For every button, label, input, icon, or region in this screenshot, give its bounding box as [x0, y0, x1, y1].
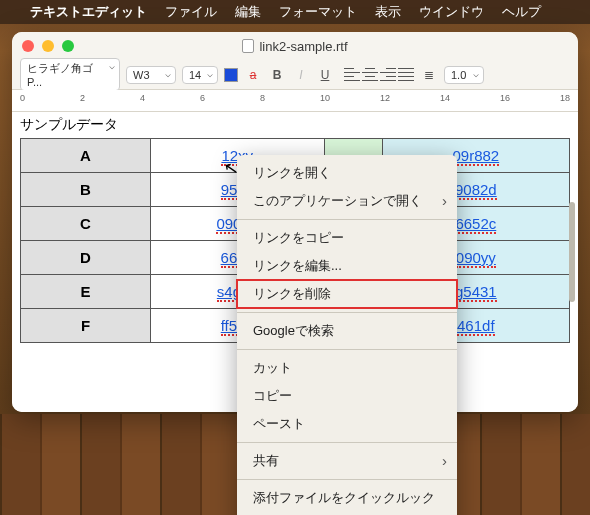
strike-button[interactable]: a [244, 66, 262, 84]
context-item[interactable]: コピー [237, 382, 457, 410]
context-item[interactable]: Googleで検索 [237, 317, 457, 345]
context-separator [237, 349, 457, 350]
scrollbar[interactable] [569, 202, 575, 302]
row-header: A [21, 139, 151, 173]
ruler[interactable]: 0 2 4 6 8 10 12 14 16 18 [12, 90, 578, 112]
minimize-button[interactable] [42, 40, 54, 52]
row-header: C [21, 207, 151, 241]
italic-button[interactable]: I [292, 66, 310, 84]
window-title: link2-sample.rtf [259, 39, 347, 54]
align-justify-button[interactable] [398, 68, 414, 82]
context-item[interactable]: リンクをコピー [237, 224, 457, 252]
text-color-swatch[interactable] [224, 68, 238, 82]
context-separator [237, 219, 457, 220]
context-menu: リンクを開くこのアプリケーションで開くリンクをコピーリンクを編集...リンクを削… [237, 155, 457, 515]
titlebar: link2-sample.rtf [12, 32, 578, 60]
underline-button[interactable]: U [316, 66, 334, 84]
list-button[interactable]: ≣ [420, 66, 438, 84]
row-header: D [21, 241, 151, 275]
font-size-select[interactable]: 14 [182, 66, 218, 84]
font-weight-select[interactable]: W3 [126, 66, 176, 84]
hyperlink[interactable]: 9082d [455, 181, 497, 200]
context-item[interactable]: リンクを開く [237, 159, 457, 187]
format-toolbar: ヒラギノ角ゴ P... W3 14 a B I U ≣ 1.0 [12, 60, 578, 90]
zoom-button[interactable] [62, 40, 74, 52]
menu-window[interactable]: ウインドウ [419, 3, 484, 21]
row-header: B [21, 173, 151, 207]
context-separator [237, 442, 457, 443]
font-family-select[interactable]: ヒラギノ角ゴ P... [20, 58, 120, 91]
macos-menubar: テキストエディット ファイル 編集 フォーマット 表示 ウインドウ ヘルプ [0, 0, 590, 24]
document-icon [242, 39, 254, 53]
row-header: E [21, 275, 151, 309]
context-separator [237, 312, 457, 313]
align-group [344, 68, 414, 82]
context-separator [237, 479, 457, 480]
menu-help[interactable]: ヘルプ [502, 3, 541, 21]
context-item[interactable]: 共有 [237, 447, 457, 475]
hyperlink[interactable]: g5431 [455, 283, 497, 302]
line-spacing-select[interactable]: 1.0 [444, 66, 484, 84]
traffic-lights [22, 40, 74, 52]
context-item[interactable]: 添付ファイルをクイックルック [237, 484, 457, 512]
close-button[interactable] [22, 40, 34, 52]
context-item[interactable]: リンクを編集... [237, 252, 457, 280]
hyperlink[interactable]: 461df [457, 317, 495, 336]
menu-file[interactable]: ファイル [165, 3, 217, 21]
row-header: F [21, 309, 151, 343]
align-left-button[interactable] [344, 68, 360, 82]
hyperlink[interactable]: 6652c [455, 215, 496, 234]
menu-view[interactable]: 表示 [375, 3, 401, 21]
menu-format[interactable]: フォーマット [279, 3, 357, 21]
hyperlink[interactable]: 090yy [456, 249, 496, 268]
context-item[interactable]: リンクを削除 [237, 280, 457, 308]
bold-button[interactable]: B [268, 66, 286, 84]
doc-heading: サンプルデータ [20, 112, 570, 138]
context-item[interactable]: ペースト [237, 410, 457, 438]
context-item[interactable]: カット [237, 354, 457, 382]
hyperlink[interactable]: 09r882 [452, 147, 499, 166]
align-center-button[interactable] [362, 68, 378, 82]
align-right-button[interactable] [380, 68, 396, 82]
context-item[interactable]: このアプリケーションで開く [237, 187, 457, 215]
menu-edit[interactable]: 編集 [235, 3, 261, 21]
app-name[interactable]: テキストエディット [30, 3, 147, 21]
